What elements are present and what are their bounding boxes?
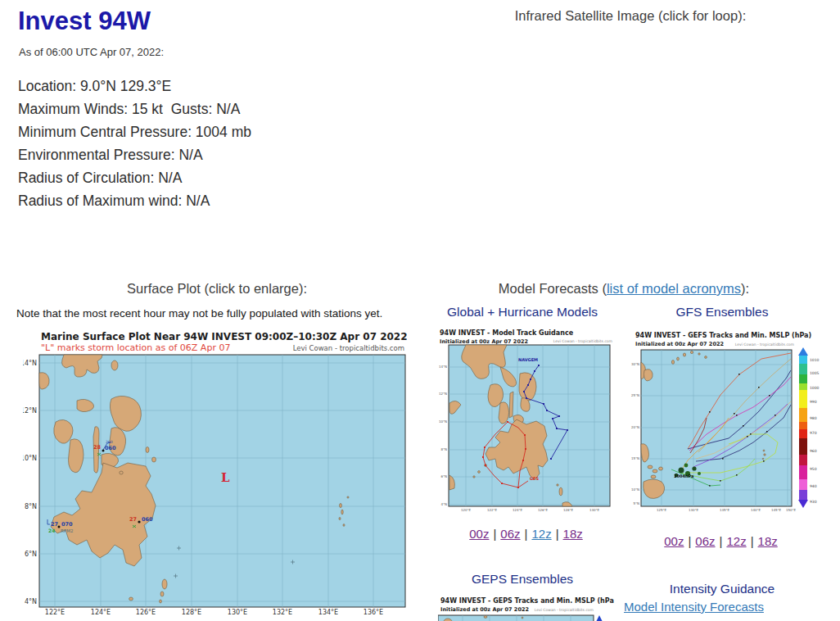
svg-text:27: 27	[51, 521, 58, 528]
model-track-guidance-thumbnail[interactable]: 94W INVEST - Model Track Guidance Initia…	[438, 328, 614, 518]
svg-text:27: 27	[129, 516, 137, 523]
svg-text:124°E: 124°E	[91, 609, 111, 614]
surface-map-credit: Levi Cowan - tropicaltidbits.com	[293, 344, 404, 352]
geps-map-title: 94W INVEST - GEPS Tracks and Min. MSLP (…	[440, 597, 614, 605]
svg-text:960: 960	[810, 449, 817, 453]
model-intensity-forecasts-link[interactable]: Model Intensity Forecasts	[624, 600, 764, 614]
svg-text:8°N: 8°N	[25, 503, 37, 510]
svg-text:25°N: 25°N	[631, 393, 639, 397]
track-map-init: Initialized at 00z Apr 07 2022	[440, 338, 528, 345]
svg-text:128°E: 128°E	[182, 609, 201, 614]
svg-text:136°E: 136°E	[364, 609, 383, 614]
storm-location-marker: L	[221, 470, 230, 485]
gefs-link-06z[interactable]: 06z	[695, 534, 715, 548]
gefs-link-00z[interactable]: 00z	[664, 534, 684, 548]
model-forecasts-prefix: Model Forecasts (	[499, 281, 607, 296]
svg-text:10°N: 10°N	[439, 419, 447, 424]
svg-text:122°E: 122°E	[45, 609, 65, 614]
svg-text:980: 980	[810, 416, 817, 420]
gefs-map-lat-labels: 30°N 25°N 20°N 15°N 10°N 5°N	[631, 362, 639, 505]
model-forecasts-heading: Model Forecasts (list of model acronyms)…	[419, 281, 829, 297]
satellite-heading: Infrared Satellite Image (click for loop…	[426, 8, 835, 24]
global-link-18z[interactable]: 18z	[563, 527, 583, 541]
global-link-06z[interactable]: 06z	[500, 527, 520, 541]
track-map-credit: Levi Cowan - tropicaltidbits.com	[553, 339, 612, 343]
svg-text:8°N: 8°N	[440, 447, 447, 451]
surface-map-lon-labels: 122°E 124°E 126°E 128°E 130°E 132°E 134°…	[45, 609, 383, 614]
surface-map-lat-labels: 14°N 12°N 10°N 8°N 6°N 4°N	[23, 360, 37, 605]
svg-text:1010: 1010	[810, 358, 820, 362]
satellite-image-placeholder	[426, 28, 811, 265]
as-of-timestamp: As of 06:00 UTC Apr 07, 2022:	[19, 46, 164, 58]
gefs-min-pressure-label: 1004hPa	[674, 474, 693, 478]
svg-text:126°E: 126°E	[538, 508, 549, 512]
storm-radius-max-wind: Radius of Maximum wind: N/A	[18, 189, 251, 212]
svg-text:140°E: 140°E	[751, 508, 761, 512]
svg-text:950: 950	[810, 467, 817, 471]
gefs-map-title: 94W INVEST - GEFS Tracks and Min. MSLP (…	[635, 332, 811, 339]
gefs-map-credit: Levi Cowan - tropicaltidbits.com	[735, 342, 794, 347]
svg-text:15°N: 15°N	[631, 456, 639, 460]
svg-text:124°E: 124°E	[513, 508, 523, 512]
svg-text:940: 940	[810, 484, 817, 488]
svg-text:122°E: 122°E	[487, 508, 498, 512]
gefs-link-18z[interactable]: 18z	[758, 534, 778, 548]
invest-94w-page: Invest 94W As of 06:00 UTC Apr 07, 2022:…	[0, 0, 840, 621]
geps-ensembles-heading: GEPS Ensembles	[431, 572, 613, 587]
svg-text:RPM2: RPM2	[61, 528, 73, 533]
svg-text:28: 28	[93, 444, 102, 451]
svg-text:10°N: 10°N	[23, 455, 37, 462]
gefs-map-lon-labels: 125°E 130°E 135°E 140°E 145°E 150°E	[657, 508, 797, 512]
svg-text:060: 060	[105, 445, 116, 451]
svg-text:130°E: 130°E	[228, 609, 247, 614]
surface-plot-heading: Surface Plot (click to enlarge):	[0, 281, 434, 297]
gefs-colorbar-labels: 1010 1005 1000 990 980 970 960 950 940 9…	[810, 358, 820, 504]
surface-plot-image[interactable]: Marine Surface Plot Near 94W INVEST 09:0…	[23, 330, 408, 614]
svg-text:260: 260	[106, 440, 113, 444]
global-link-00z[interactable]: 00z	[469, 527, 489, 541]
svg-text:4°N: 4°N	[440, 502, 447, 506]
surface-map-title: Marine Surface Plot Near 94W INVEST 09:0…	[41, 331, 408, 342]
svg-text:130°E: 130°E	[689, 508, 699, 512]
svg-text:060: 060	[142, 516, 153, 523]
track-map-title: 94W INVEST - Model Track Guidance	[440, 329, 574, 337]
gefs-colorbar: 1010 1005 1000 990 980 970 960 950 940 9…	[798, 347, 820, 508]
gefs-ensembles-thumbnail[interactable]: 94W INVEST - GEFS Tracks and Min. MSLP (…	[630, 329, 829, 524]
track-map-lon-labels: 120°E 122°E 124°E 126°E 128°E 130°E	[461, 508, 600, 512]
svg-text:24: 24	[48, 528, 55, 533]
global-link-12z[interactable]: 12z	[531, 527, 551, 541]
svg-text:970: 970	[810, 431, 817, 435]
track-map-lat-labels: 14°N 12°N 10°N 8°N 6°N 4°N	[439, 365, 447, 506]
svg-text:128°E: 128°E	[563, 508, 574, 512]
svg-text:145°E: 145°E	[771, 508, 782, 512]
storm-min-pressure: Minimum Central Pressure: 1004 mb	[18, 120, 251, 143]
svg-text:14°N: 14°N	[439, 365, 447, 369]
svg-text:5°N: 5°N	[633, 501, 639, 505]
model-acronyms-link[interactable]: list of model acronyms	[607, 281, 741, 296]
geps-map-ocean	[438, 615, 594, 621]
svg-text:126°E: 126°E	[136, 609, 156, 614]
svg-text:1000: 1000	[810, 386, 820, 390]
svg-text:150°E: 150°E	[786, 508, 797, 512]
page-title: Invest 94W	[18, 7, 151, 36]
gefs-link-12z[interactable]: 12z	[726, 534, 746, 548]
svg-text:14°N: 14°N	[23, 360, 37, 367]
storm-location: Location: 9.0°N 129.3°E	[18, 75, 251, 97]
storm-env-pressure: Environmental Pressure: N/A	[18, 143, 251, 166]
global-hurricane-models-heading: Global + Hurricane Models	[431, 305, 613, 320]
geps-colorbar-arrow	[596, 615, 603, 621]
svg-text:134°E: 134°E	[318, 609, 338, 614]
svg-text:30°N: 30°N	[631, 362, 639, 366]
svg-text:20°N: 20°N	[631, 425, 639, 429]
svg-text:070: 070	[61, 521, 73, 528]
global-models-time-links: 00z|06z|12z|18z	[438, 527, 614, 541]
geps-ensembles-thumbnail[interactable]: 94W INVEST - GEPS Tracks and Min. MSLP (…	[438, 596, 614, 621]
svg-text:125°E: 125°E	[657, 508, 667, 512]
surface-plot-note: Note that the most recent hour may not b…	[16, 307, 382, 320]
gfs-label: GFS	[530, 476, 540, 481]
svg-text:6°N: 6°N	[440, 474, 447, 478]
svg-text:6°N: 6°N	[25, 551, 37, 558]
svg-text:132°E: 132°E	[273, 609, 292, 614]
gefs-time-links: 00z|06z|12z|18z	[637, 534, 805, 548]
svg-text:10°N: 10°N	[631, 487, 639, 492]
